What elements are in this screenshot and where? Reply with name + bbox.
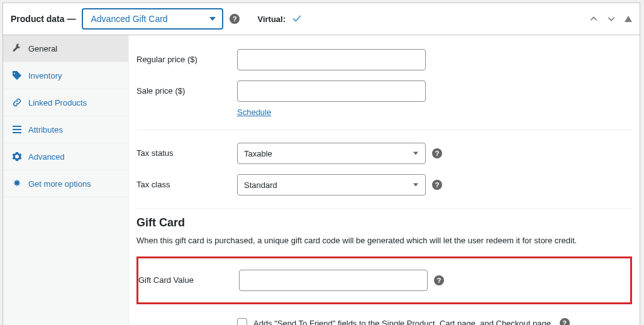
tab-label: Advanced (28, 152, 65, 162)
tag-icon (12, 70, 22, 80)
panel-move-down[interactable] (607, 14, 616, 23)
help-icon[interactable]: ? (230, 14, 240, 24)
product-data-tabs: General Inventory Linked Products Attrib… (3, 35, 129, 325)
virtual-checkbox[interactable] (292, 14, 301, 24)
field-row-regular-price: Regular price ($) (136, 44, 632, 75)
gift-card-value-highlight: Gift Card Value ? (136, 256, 632, 304)
tab-label: Linked Products (28, 98, 87, 107)
svg-rect-0 (13, 126, 21, 127)
svg-rect-2 (13, 132, 21, 133)
gift-card-value-input[interactable] (239, 270, 428, 291)
sale-price-input[interactable] (237, 80, 426, 102)
tab-linked-products[interactable]: Linked Products (3, 89, 128, 116)
wrench-icon (12, 43, 22, 53)
field-row-tax-class: Tax class Standard ? (136, 169, 632, 201)
field-row-sale-price: Sale price ($) Schedule (136, 75, 632, 122)
list-icon (12, 124, 22, 135)
link-icon (12, 97, 22, 107)
tab-label: General (28, 44, 57, 53)
gift-card-description: When this gift card is purchased, a uniq… (136, 236, 632, 245)
separator (136, 129, 632, 130)
tab-label: Get more options (28, 179, 91, 189)
gift-card-heading: Gift Card (136, 216, 632, 229)
spark-icon (12, 179, 22, 189)
panel-move-up[interactable] (589, 14, 598, 23)
tab-inventory[interactable]: Inventory (3, 62, 128, 89)
tax-class-select[interactable]: Standard (237, 174, 426, 196)
sale-price-label: Sale price ($) (136, 80, 237, 96)
tab-get-more-options[interactable]: Get more options (3, 170, 128, 197)
tab-content-general: Regular price ($) Sale price ($) Schedul… (129, 35, 640, 325)
help-icon[interactable]: ? (432, 180, 442, 190)
schedule-link[interactable]: Schedule (237, 107, 426, 117)
panel-header: Product data — Advanced Gift Card ? Virt… (3, 3, 640, 35)
svg-rect-1 (13, 129, 21, 130)
panel-header-controls (589, 14, 632, 23)
tab-label: Inventory (28, 71, 62, 80)
gear-icon (12, 151, 22, 162)
virtual-label: Virtual: (257, 14, 286, 24)
separator (136, 208, 632, 209)
gift-card-value-label: Gift Card Value (138, 270, 239, 285)
tab-advanced[interactable]: Advanced (3, 143, 128, 170)
help-icon[interactable]: ? (560, 318, 570, 325)
tab-attributes[interactable]: Attributes (3, 116, 128, 143)
tax-status-select[interactable]: Taxable (237, 143, 426, 164)
panel-collapse-toggle[interactable] (625, 16, 632, 22)
giftable-description: Adds "Send To Friend" fields to the Sing… (253, 319, 553, 326)
giftable-label: Giftable (136, 318, 237, 325)
field-row-tax-status: Tax status Taxable ? (136, 138, 632, 169)
product-type-select[interactable]: Advanced Gift Card (82, 8, 223, 30)
tax-class-label: Tax class (136, 174, 237, 189)
help-icon[interactable]: ? (434, 275, 444, 285)
regular-price-input[interactable] (237, 49, 426, 70)
regular-price-label: Regular price ($) (136, 49, 237, 64)
help-icon[interactable]: ? (432, 148, 442, 158)
product-data-panel: Product data — Advanced Gift Card ? Virt… (3, 3, 640, 325)
panel-title: Product data — (11, 14, 75, 24)
tax-status-label: Tax status (136, 143, 237, 158)
field-row-giftable: Giftable Adds "Send To Friend" fields to… (136, 313, 632, 325)
tab-label: Attributes (28, 125, 63, 135)
tab-general[interactable]: General (3, 35, 128, 62)
field-row-gift-card-value: Gift Card Value ? (138, 270, 630, 291)
giftable-checkbox[interactable] (237, 318, 247, 325)
